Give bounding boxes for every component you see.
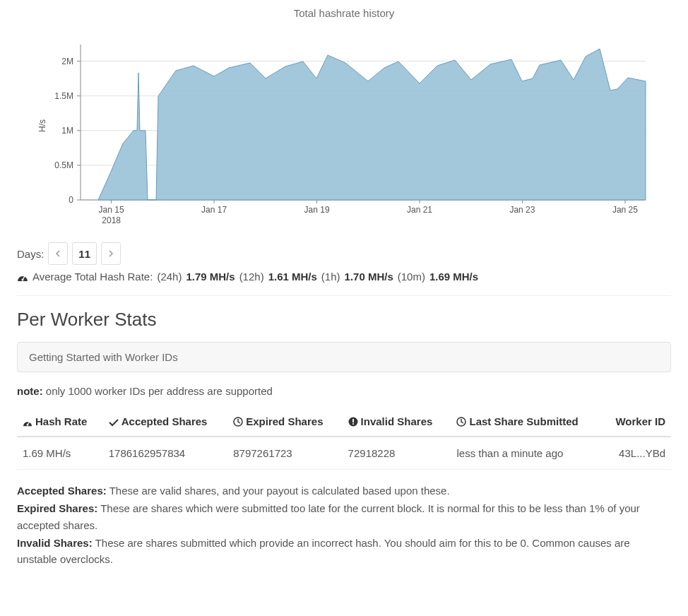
- avg-window-0: (24h): [157, 271, 182, 283]
- x-tick-5: Jan 25: [612, 205, 638, 215]
- dashboard-icon: [23, 418, 32, 427]
- x-tick-1: Jan 17: [201, 205, 227, 215]
- def-invalid-label: Invalid Shares:: [17, 537, 93, 549]
- y-tick-2: 1M: [61, 126, 73, 136]
- workers-table: Hash Rate Accepted Shares Expired Shares…: [17, 408, 671, 470]
- y-tick-1: 0.5M: [54, 160, 73, 170]
- avg-value-1: 1.61 MH/s: [268, 271, 317, 283]
- col-hashrate[interactable]: Hash Rate: [17, 408, 103, 437]
- y-tick-4: 2M: [61, 57, 73, 66]
- avg-value-3: 1.69 MH/s: [429, 271, 478, 283]
- clock-icon: [456, 417, 466, 427]
- def-expired-text: These are shares which were submitted to…: [17, 502, 640, 531]
- cell-hashrate: 1.69 MH/s: [17, 437, 103, 470]
- x-tick-2: Jan 19: [304, 205, 330, 215]
- svg-rect-24: [352, 419, 354, 422]
- clock-icon: [233, 417, 243, 427]
- def-expired-label: Expired Shares:: [17, 502, 97, 514]
- cell-worker: 43L...YBd: [602, 437, 671, 470]
- worker-ids-note: note: only 1000 worker IDs per address a…: [17, 385, 671, 397]
- y-tick-3: 1.5M: [54, 91, 73, 101]
- average-hashrate-row: Average Total Hash Rate: (24h) 1.79 MH/s…: [17, 271, 671, 283]
- col-accepted[interactable]: Accepted Shares: [103, 408, 228, 437]
- hashrate-chart: 0 0.5M 1M 1.5M 2M H/s Jan 15 Jan 17 Jan …: [17, 23, 671, 235]
- days-next-button[interactable]: [101, 242, 121, 265]
- chevron-right-icon: [108, 250, 114, 257]
- x-tick-4: Jan 23: [509, 205, 535, 215]
- avg-value-0: 1.79 MH/s: [186, 271, 235, 283]
- avg-window-2: (1h): [321, 271, 340, 283]
- col-invalid[interactable]: Invalid Shares: [343, 408, 451, 437]
- col-worker[interactable]: Worker ID: [602, 408, 671, 437]
- def-accepted-text: These are valid shares, and your payout …: [109, 485, 450, 497]
- def-invalid-text: These are shares submitted which provide…: [17, 537, 630, 565]
- exclamation-icon: [348, 417, 358, 427]
- check-icon: [109, 418, 119, 427]
- days-value: 11: [72, 242, 97, 265]
- cell-accepted: 1786162957834: [103, 437, 228, 470]
- getting-started-panel[interactable]: Getting Started with Worker IDs: [17, 342, 671, 372]
- x-tick-0: Jan 15: [99, 205, 124, 215]
- cell-last: less than a minute ago: [451, 437, 601, 470]
- x-tick-3: Jan 21: [407, 205, 432, 215]
- per-worker-stats-heading: Per Worker Stats: [17, 309, 671, 331]
- cell-invalid: 72918228: [343, 437, 451, 470]
- table-row: 1.69 MH/s 1786162957834 8797261723 72918…: [17, 437, 671, 470]
- divider: [17, 295, 671, 296]
- col-expired[interactable]: Expired Shares: [227, 408, 342, 437]
- dashboard-icon: [17, 272, 28, 282]
- cell-expired: 8797261723: [227, 437, 342, 470]
- note-label: note:: [17, 385, 43, 397]
- avg-window-3: (10m): [398, 271, 425, 283]
- def-accepted-label: Accepted Shares:: [17, 485, 107, 497]
- note-text: only 1000 worker IDs per address are sup…: [46, 385, 273, 397]
- chart-title: Total hashrate history: [17, 0, 671, 23]
- days-prev-button[interactable]: [48, 242, 68, 265]
- svg-rect-25: [352, 423, 354, 425]
- table-header-row: Hash Rate Accepted Shares Expired Shares…: [17, 408, 671, 437]
- hashrate-area: [98, 49, 646, 200]
- avg-prefix: Average Total Hash Rate:: [32, 271, 153, 283]
- avg-value-2: 1.70 MH/s: [345, 271, 393, 283]
- y-tick-0: 0: [69, 195, 73, 205]
- y-axis-label: H/s: [37, 119, 47, 132]
- chevron-left-icon: [55, 250, 61, 257]
- days-label: Days:: [17, 248, 44, 260]
- avg-window-1: (12h): [239, 271, 264, 283]
- x-year: 2018: [102, 215, 121, 225]
- col-last[interactable]: Last Share Submitted: [451, 408, 601, 437]
- definitions: Accepted Shares: These are valid shares,…: [17, 482, 671, 567]
